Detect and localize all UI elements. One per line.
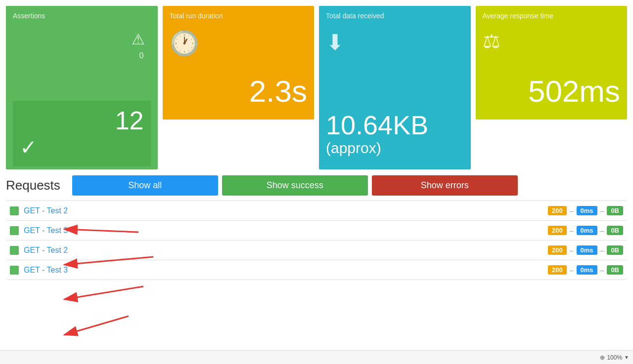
status-badge: 200	[548, 265, 567, 275]
zoom-level: 100%	[607, 354, 622, 361]
separator2: –	[600, 207, 604, 215]
request-badges: 200 – 0ms – 0B	[548, 206, 623, 215]
filter-buttons: Show all Show success Show errors	[72, 175, 518, 196]
separator1: –	[570, 227, 574, 235]
table-row[interactable]: GET - Test 2 200 – 0ms – 0B	[6, 241, 627, 260]
data-approx: (approx)	[326, 140, 464, 163]
warning-icon: ⚠	[132, 31, 145, 48]
separator1: –	[570, 246, 574, 254]
duration-tile: Total run duration 🕐 2.3s	[163, 6, 315, 120]
request-badges: 200 – 0ms – 0B	[548, 245, 623, 255]
assertions-title: Assertions	[13, 12, 151, 20]
duration-title: Total run duration	[170, 12, 308, 20]
table-row[interactable]: GET - Test 3 200 – 0ms – 0B	[6, 221, 627, 241]
duration-value: 2.3s	[170, 74, 308, 114]
download-icon: ⬇	[326, 30, 464, 55]
request-name[interactable]: GET - Test 2	[24, 246, 548, 255]
data-tile: Total data received ⬇ 10.64KB (approx)	[319, 6, 471, 169]
table-row[interactable]: GET - Test 2 200 – 0ms – 0B	[6, 201, 627, 221]
requests-section: Requests Show all Show success Show erro…	[0, 175, 633, 364]
requests-header: Requests Show all Show success Show erro…	[6, 175, 627, 196]
assertions-bottom: 12 ✓	[13, 101, 151, 166]
request-badges: 200 – 0ms – 0B	[548, 226, 623, 235]
check-icon: ✓	[20, 135, 144, 160]
separator2: –	[600, 227, 604, 235]
warning-count: 0	[139, 51, 144, 60]
size-badge: 0B	[607, 226, 623, 235]
data-value: 10.64KB	[326, 111, 464, 140]
size-badge: 0B	[607, 245, 623, 255]
show-success-button[interactable]: Show success	[222, 175, 368, 196]
show-errors-button[interactable]: Show errors	[372, 175, 518, 196]
status-indicator	[10, 266, 19, 275]
status-badge: 200	[548, 206, 567, 215]
time-badge: 0ms	[577, 265, 597, 275]
clock-icon: 🕐	[170, 30, 308, 57]
show-all-button[interactable]: Show all	[72, 175, 218, 196]
response-title: Average response time	[483, 12, 621, 20]
time-badge: 0ms	[577, 226, 597, 235]
request-badges: 200 – 0ms – 0B	[548, 265, 623, 275]
status-bar: ⊕ 100% ▼	[0, 350, 633, 364]
tiles-row: Assertions ⚠ 0 12 ✓ Total run duration 🕐…	[0, 0, 633, 175]
assertions-tile: Assertions ⚠ 0 12 ✓	[6, 6, 158, 169]
separator1: –	[570, 207, 574, 215]
request-name[interactable]: GET - Test 3	[24, 266, 548, 275]
status-indicator	[10, 206, 19, 215]
request-list: GET - Test 2 200 – 0ms – 0B GET - Test 3…	[6, 201, 627, 280]
time-badge: 0ms	[577, 206, 597, 215]
size-badge: 0B	[607, 206, 623, 215]
status-indicator	[10, 246, 19, 255]
response-tile: Average response time ⚖ 502ms	[476, 6, 628, 120]
scale-icon: ⚖	[483, 30, 621, 52]
zoom-icon: ⊕	[600, 354, 605, 361]
dropdown-icon[interactable]: ▼	[624, 355, 629, 360]
response-value: 502ms	[483, 74, 621, 114]
status-badge: 200	[548, 245, 567, 255]
separator2: –	[600, 266, 604, 274]
time-badge: 0ms	[577, 245, 597, 255]
request-name[interactable]: GET - Test 2	[24, 206, 548, 215]
table-row[interactable]: GET - Test 3 200 – 0ms – 0B	[6, 260, 627, 280]
separator1: –	[570, 266, 574, 274]
requests-title: Requests	[6, 178, 60, 193]
size-badge: 0B	[607, 265, 623, 275]
status-badge: 200	[548, 226, 567, 235]
data-title: Total data received	[326, 12, 464, 20]
status-indicator	[10, 226, 19, 235]
request-name[interactable]: GET - Test 3	[24, 226, 548, 235]
separator2: –	[600, 246, 604, 254]
success-count: 12	[20, 106, 144, 135]
